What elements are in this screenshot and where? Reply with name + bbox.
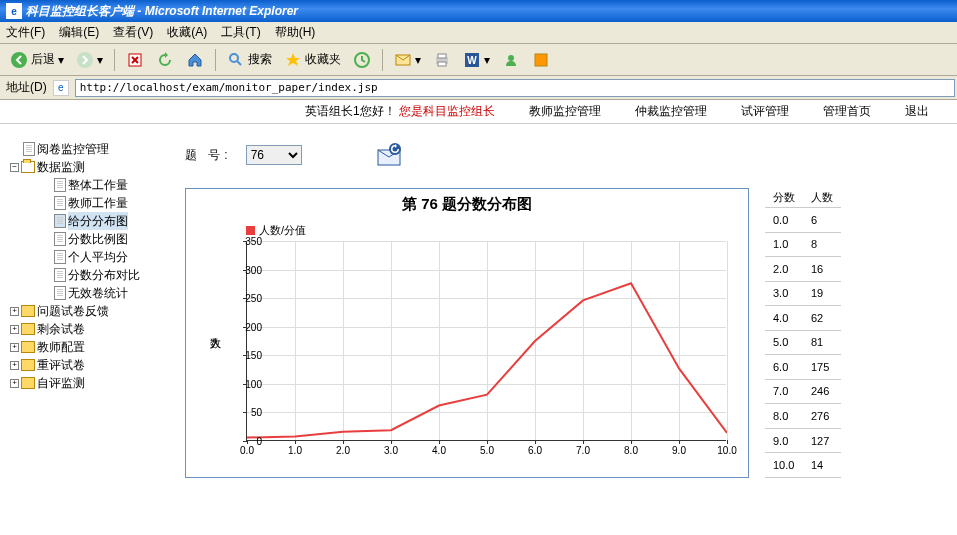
- tree-leaf[interactable]: 分数比例图: [26, 230, 151, 248]
- separator: [114, 49, 115, 71]
- nav-arbitration-monitor[interactable]: 仲裁监控管理: [635, 103, 707, 120]
- menubar: 文件(F) 编辑(E) 查看(V) 收藏(A) 工具(T) 帮助(H): [0, 22, 957, 44]
- legend-swatch: [246, 226, 255, 235]
- col-score: 分数: [765, 188, 803, 208]
- sidebar-tree: 阅卷监控管理 −数据监测 整体工作量教师工作量给分分布图分数比例图个人平均分分数…: [0, 124, 155, 535]
- search-label: 搜索: [248, 51, 272, 68]
- address-bar: 地址(D) e: [0, 76, 957, 100]
- history-button[interactable]: [349, 49, 375, 71]
- stop-button[interactable]: [122, 49, 148, 71]
- menu-file[interactable]: 文件(F): [6, 24, 45, 41]
- back-button[interactable]: 后退 ▾: [6, 49, 68, 71]
- tree-folder[interactable]: +自评监测: [10, 374, 151, 392]
- table-row: 6.0175: [765, 355, 841, 380]
- ie-icon: e: [6, 3, 22, 19]
- book-icon: [532, 51, 550, 69]
- forward-button[interactable]: ▾: [72, 49, 107, 71]
- expand-icon[interactable]: +: [10, 325, 19, 334]
- tree-leaf[interactable]: 整体工作量: [26, 176, 151, 194]
- folder-closed-icon: [21, 323, 35, 335]
- refresh-data-icon[interactable]: [376, 142, 404, 168]
- expand-icon[interactable]: +: [10, 343, 19, 352]
- folder-closed-icon: [21, 359, 35, 371]
- tree-folder[interactable]: +剩余试卷: [10, 320, 151, 338]
- page-icon: [54, 286, 66, 300]
- word-button[interactable]: W▾: [459, 49, 494, 71]
- refresh-icon: [156, 51, 174, 69]
- search-button[interactable]: 搜索: [223, 49, 276, 71]
- address-input[interactable]: [75, 79, 955, 97]
- nav-trial-eval[interactable]: 试评管理: [741, 103, 789, 120]
- dropdown-icon: ▾: [97, 53, 103, 67]
- folder-closed-icon: [21, 305, 35, 317]
- home-icon: [186, 51, 204, 69]
- tree-folder[interactable]: +重评试卷: [10, 356, 151, 374]
- messenger-button[interactable]: [498, 49, 524, 71]
- separator: [215, 49, 216, 71]
- stop-icon: [126, 51, 144, 69]
- svg-point-3: [230, 54, 238, 62]
- refresh-button[interactable]: [152, 49, 178, 71]
- menu-edit[interactable]: 编辑(E): [59, 24, 99, 41]
- search-icon: [227, 51, 245, 69]
- tree-folder[interactable]: +教师配置: [10, 338, 151, 356]
- tree-root[interactable]: 阅卷监控管理: [10, 140, 151, 158]
- mail-button[interactable]: ▾: [390, 49, 425, 71]
- svg-text:W: W: [467, 55, 477, 66]
- svg-point-11: [508, 55, 514, 61]
- history-icon: [353, 51, 371, 69]
- table-row: 0.06: [765, 208, 841, 233]
- tree-leaf[interactable]: 给分分布图: [26, 212, 151, 230]
- forward-icon: [76, 51, 94, 69]
- toolbar: 后退 ▾ ▾ 搜索 收藏夹 ▾ W▾: [0, 44, 957, 76]
- content-pane: 题 号: 76 第 76 题分数分布图 人数/分值 人数 0.01.02.03.…: [155, 124, 957, 535]
- table-row: 5.081: [765, 330, 841, 355]
- ie-page-icon: e: [53, 80, 69, 96]
- menu-fav[interactable]: 收藏(A): [167, 24, 207, 41]
- expand-icon[interactable]: +: [10, 379, 19, 388]
- table-row: 9.0127: [765, 428, 841, 453]
- nav-logout[interactable]: 退出: [905, 103, 929, 120]
- question-select[interactable]: 76: [246, 145, 302, 165]
- menu-view[interactable]: 查看(V): [113, 24, 153, 41]
- separator: [382, 49, 383, 71]
- page-icon: [54, 250, 66, 264]
- chart-title: 第 76 题分数分布图: [186, 189, 748, 214]
- fav-label: 收藏夹: [305, 51, 341, 68]
- page-icon: [23, 142, 35, 156]
- page-icon: [54, 268, 66, 282]
- collapse-icon[interactable]: −: [10, 163, 19, 172]
- svg-point-1: [77, 52, 93, 68]
- word-icon: W: [463, 51, 481, 69]
- favorites-button[interactable]: 收藏夹: [280, 49, 345, 71]
- page-icon: [54, 178, 66, 192]
- nav-teacher-monitor[interactable]: 教师监控管理: [529, 103, 601, 120]
- tree-folder[interactable]: +问题试卷反馈: [10, 302, 151, 320]
- menu-tools[interactable]: 工具(T): [221, 24, 260, 41]
- greeting: 英语组长1您好！ 您是科目监控组长: [305, 103, 495, 120]
- app-nav-row: 英语组长1您好！ 您是科目监控组长 教师监控管理 仲裁监控管理 试评管理 管理首…: [0, 100, 957, 124]
- tree-leaf[interactable]: 分数分布对比: [26, 266, 151, 284]
- nav-manage-home[interactable]: 管理首页: [823, 103, 871, 120]
- print-button[interactable]: [429, 49, 455, 71]
- svg-rect-12: [535, 54, 547, 66]
- window-title: 科目监控组长客户端 - Microsoft Internet Explorer: [26, 3, 298, 20]
- mail-icon: [394, 51, 412, 69]
- tree-leaf[interactable]: 教师工作量: [26, 194, 151, 212]
- home-button[interactable]: [182, 49, 208, 71]
- chart-box: 第 76 题分数分布图 人数/分值 人数 0.01.02.03.04.05.06…: [185, 188, 749, 478]
- research-button[interactable]: [528, 49, 554, 71]
- expand-icon[interactable]: +: [10, 361, 19, 370]
- tree-leaf[interactable]: 个人平均分: [26, 248, 151, 266]
- address-label: 地址(D): [6, 79, 47, 96]
- chart-plot-area: 0.01.02.03.04.05.06.07.08.09.010.0: [246, 241, 726, 441]
- tree-data-monitor[interactable]: −数据监测: [10, 158, 151, 176]
- menu-help[interactable]: 帮助(H): [275, 24, 316, 41]
- folder-open-icon: [21, 161, 35, 173]
- table-row: 4.062: [765, 306, 841, 331]
- tree-leaf[interactable]: 无效卷统计: [26, 284, 151, 302]
- messenger-icon: [502, 51, 520, 69]
- back-label: 后退: [31, 51, 55, 68]
- expand-icon[interactable]: +: [10, 307, 19, 316]
- folder-closed-icon: [21, 341, 35, 353]
